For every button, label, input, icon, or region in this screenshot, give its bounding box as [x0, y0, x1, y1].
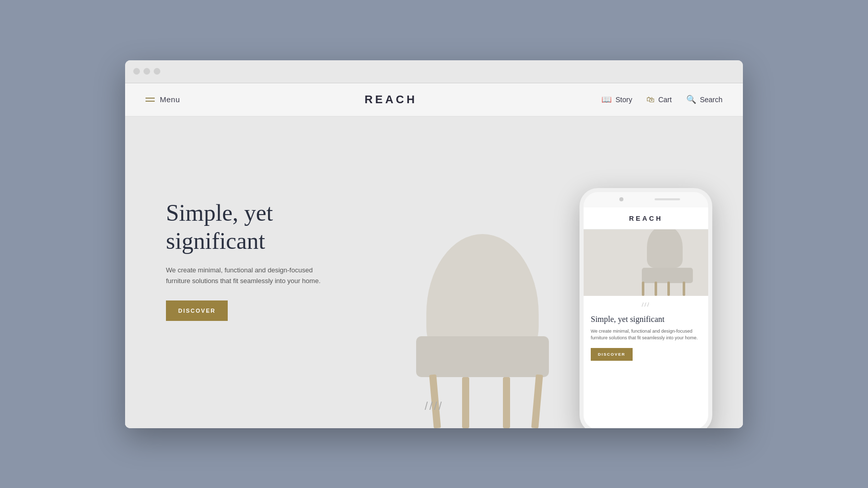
- phone-speaker: [655, 198, 680, 200]
- phone-subtext: We create minimal, functional and design…: [591, 328, 701, 342]
- phone-brand-name: REACH: [629, 215, 663, 222]
- search-label: Search: [700, 96, 722, 104]
- phone-discover-button[interactable]: DISCOVER: [591, 348, 633, 361]
- mini-chair-seat: [642, 268, 693, 283]
- browser-window: Menu REACH 📖 Story 🛍 Cart 🔍 Search: [125, 60, 743, 428]
- search-icon: 🔍: [686, 95, 696, 104]
- chair-leg-4: [531, 374, 543, 428]
- cart-nav-item[interactable]: 🛍 Cart: [646, 95, 671, 104]
- phone-nav: REACH: [584, 207, 708, 229]
- browser-chrome: [125, 60, 743, 83]
- mini-leg-2: [667, 282, 670, 296]
- phone-outer: REACH ///: [580, 188, 712, 428]
- phone-hero-image: [584, 229, 708, 296]
- mini-chair-back: [647, 229, 683, 268]
- minimize-dot[interactable]: [143, 68, 150, 75]
- story-label: Story: [615, 96, 632, 104]
- hamburger-icon: [146, 98, 155, 102]
- brand-name: REACH: [365, 93, 417, 106]
- close-dot[interactable]: [133, 68, 140, 75]
- phone-heading: Simple, yet significant: [591, 315, 701, 324]
- chair-leg-3: [503, 377, 510, 428]
- mini-leg-1: [683, 282, 685, 296]
- phone-mockup: REACH ///: [580, 188, 712, 428]
- mini-leg-4: [642, 282, 644, 296]
- cart-label: Cart: [658, 96, 671, 104]
- menu-button[interactable]: Menu: [146, 95, 180, 104]
- search-nav-item[interactable]: 🔍 Search: [686, 95, 722, 104]
- discover-button[interactable]: DISCOVER: [166, 300, 228, 321]
- menu-label: Menu: [160, 95, 180, 104]
- hero-subtext: We create minimal, functional and design…: [166, 265, 329, 287]
- phone-content: Simple, yet significant We create minima…: [584, 312, 708, 428]
- cart-icon: 🛍: [646, 95, 655, 104]
- chair-illustration: [396, 173, 600, 428]
- hero-section: Simple, yet significant We create minima…: [125, 117, 743, 428]
- phone-notch: [584, 192, 708, 207]
- nav-right-items: 📖 Story 🛍 Cart 🔍 Search: [601, 95, 722, 104]
- hero-text-block: Simple, yet significant We create minima…: [166, 199, 360, 321]
- maximize-dot[interactable]: [154, 68, 160, 75]
- book-icon: 📖: [601, 95, 612, 104]
- brand-logo[interactable]: REACH: [365, 93, 417, 106]
- slash-marks-hero: ////: [425, 400, 443, 413]
- phone-screen: REACH ///: [584, 207, 708, 428]
- chair-seat: [416, 336, 549, 377]
- hero-heading: Simple, yet significant: [166, 199, 360, 255]
- phone-camera: [619, 197, 623, 201]
- browser-content: Menu REACH 📖 Story 🛍 Cart 🔍 Search: [125, 83, 743, 428]
- slash-marks-phone: ///: [584, 296, 708, 312]
- navigation: Menu REACH 📖 Story 🛍 Cart 🔍 Search: [125, 83, 743, 117]
- mini-leg-3: [655, 282, 657, 296]
- chair-leg-2: [462, 377, 469, 428]
- story-nav-item[interactable]: 📖 Story: [601, 95, 632, 104]
- browser-dots: [133, 68, 160, 75]
